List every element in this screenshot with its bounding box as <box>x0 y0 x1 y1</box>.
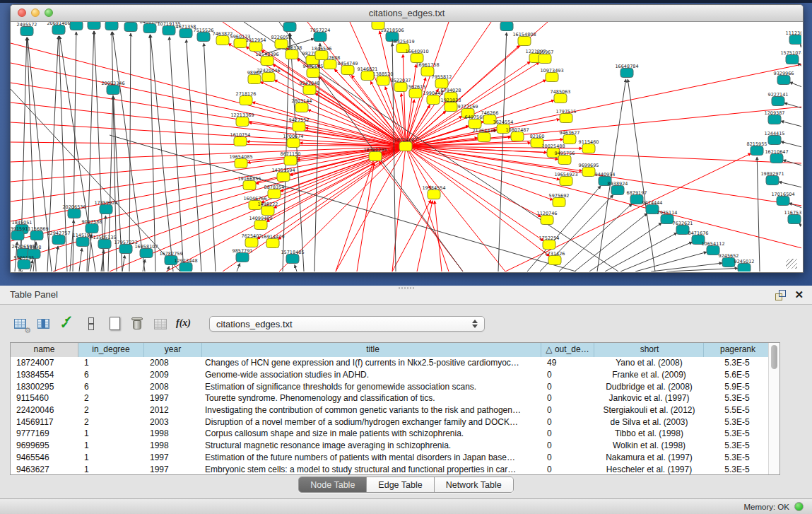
graph-node[interactable] <box>248 75 261 84</box>
graph-edge[interactable] <box>204 43 216 271</box>
graph-node[interactable] <box>372 22 384 30</box>
graph-node[interactable] <box>377 76 389 86</box>
close-panel-icon[interactable]: ✕ <box>794 286 804 304</box>
table-cell[interactable]: 5.6E-5 <box>704 370 770 380</box>
graph-node[interactable] <box>287 139 300 148</box>
table-cell[interactable]: 6 <box>78 382 144 392</box>
table-cell[interactable]: 1 <box>78 358 144 368</box>
graph-node[interactable] <box>661 215 673 224</box>
graph-edge[interactable] <box>295 265 297 271</box>
graph-node[interactable] <box>68 209 81 218</box>
column-header-title[interactable]: title <box>202 343 541 357</box>
graph-edge[interactable] <box>406 146 544 241</box>
graph-node[interactable] <box>428 190 440 199</box>
graph-edge[interactable] <box>781 141 801 147</box>
graph-node[interactable] <box>243 181 256 190</box>
graph-edge[interactable] <box>406 64 416 146</box>
graph-node[interactable] <box>303 86 316 95</box>
tab-edge-table[interactable]: Edge Table <box>367 477 434 492</box>
graph-edge[interactable] <box>781 121 801 127</box>
memory-ok-indicator-icon[interactable] <box>794 502 804 511</box>
table-cell[interactable]: 5.3E-5 <box>704 358 770 368</box>
graph-node[interactable] <box>107 86 119 95</box>
graph-node[interactable] <box>197 33 210 42</box>
table-row[interactable]: 1938455462009Genome-wide association stu… <box>11 369 770 381</box>
network-window[interactable]: citations_edges.txt 18724007249557220691… <box>10 4 804 273</box>
graph-node[interactable] <box>548 256 561 265</box>
table-cell[interactable]: Tibbo et al. (1998) <box>594 428 704 438</box>
graph-node[interactable] <box>582 144 595 153</box>
table-cell[interactable]: 1 <box>78 428 144 438</box>
graph-edge[interactable] <box>635 252 707 271</box>
graph-node[interactable] <box>541 216 553 225</box>
table-cell[interactable]: 2 <box>78 393 144 403</box>
graph-node[interactable] <box>751 146 763 156</box>
table-cell[interactable]: 1998 <box>144 428 202 438</box>
graph-node[interactable] <box>630 195 643 204</box>
table-cell[interactable]: 5.3E-5 <box>704 465 770 474</box>
function-builder-icon[interactable] <box>175 315 194 333</box>
graph-node[interactable] <box>254 221 267 230</box>
tab-network-table[interactable]: Network Table <box>435 477 513 492</box>
graph-node[interactable] <box>283 23 296 32</box>
graph-node[interactable] <box>18 260 30 269</box>
graph-edge[interactable] <box>129 33 131 271</box>
graph-node[interactable] <box>707 246 719 255</box>
table-cell[interactable]: 5.3E-5 <box>704 452 770 462</box>
graph-node[interactable] <box>511 132 524 141</box>
table-cell[interactable]: Nakamura et al. (1997) <box>594 452 704 462</box>
graph-node[interactable] <box>119 245 132 254</box>
graph-node[interactable] <box>788 215 801 224</box>
graph-node[interactable] <box>777 197 789 206</box>
graph-node[interactable] <box>100 205 112 214</box>
table-cell[interactable]: 2008 <box>144 358 202 368</box>
graph-node[interactable] <box>554 94 567 103</box>
graph-edge[interactable] <box>800 45 801 47</box>
graph-edge[interactable] <box>237 263 240 271</box>
table-cell[interactable]: Disruption of a novel member of a sodium… <box>202 417 541 427</box>
graph-edge[interactable] <box>789 82 801 87</box>
table-cell[interactable]: 5.3E-5 <box>704 440 770 450</box>
table-cell[interactable]: 49 <box>541 358 594 368</box>
table-cell[interactable]: 1 <box>78 440 144 450</box>
graph-node[interactable] <box>240 96 252 105</box>
graph-node[interactable] <box>216 36 229 45</box>
table-cell[interactable]: 1997 <box>144 465 202 474</box>
graph-edge[interactable] <box>406 146 505 271</box>
table-cell[interactable]: Yano et al. (2008) <box>594 358 704 368</box>
graph-node[interactable] <box>722 258 735 267</box>
graph-edge[interactable] <box>779 182 801 187</box>
table-cell[interactable]: 9115460 <box>11 393 78 403</box>
table-cell[interactable]: 2 <box>78 417 144 427</box>
graph-edge[interactable] <box>11 146 406 241</box>
graph-edge[interactable] <box>11 146 406 162</box>
column-header-in_degree[interactable]: in_degree <box>78 343 144 357</box>
graph-node[interactable] <box>409 89 422 98</box>
table-cell[interactable]: Wolkin et al. (1998) <box>594 440 704 450</box>
graph-edge[interactable] <box>406 146 801 248</box>
graph-edge[interactable] <box>252 102 406 146</box>
delete-trash-icon[interactable] <box>128 315 147 333</box>
table-cell[interactable]: 2012 <box>144 405 202 415</box>
table-row[interactable]: 1830029562008Estimation of significance … <box>11 380 770 392</box>
graph-node[interactable] <box>20 27 33 36</box>
table-row[interactable]: 946554611997Estimation of the future num… <box>11 452 770 464</box>
graph-node[interactable] <box>399 142 412 151</box>
table-cell[interactable]: Corpus callosum shape and size in male p… <box>202 428 541 438</box>
graph-node[interactable] <box>143 24 156 33</box>
graph-edge[interactable] <box>11 83 406 146</box>
column-visibility-icon[interactable] <box>35 315 54 333</box>
graph-node[interactable] <box>52 25 65 35</box>
graph-node[interactable] <box>563 135 576 144</box>
table-cell[interactable]: 0 <box>541 382 594 392</box>
row-height-icon[interactable] <box>81 315 100 333</box>
graph-node[interactable] <box>180 263 192 272</box>
table-cell[interactable]: 1 <box>78 465 144 474</box>
graph-node[interactable] <box>163 26 175 35</box>
graph-node[interactable] <box>235 159 247 168</box>
graph-node[interactable] <box>500 22 513 31</box>
graph-edge[interactable] <box>122 255 125 271</box>
table-cell[interactable]: de Silva et al. (2003) <box>594 417 704 427</box>
table-cell[interactable]: Franke et al. (2009) <box>594 370 704 380</box>
graph-edge[interactable] <box>55 246 58 271</box>
